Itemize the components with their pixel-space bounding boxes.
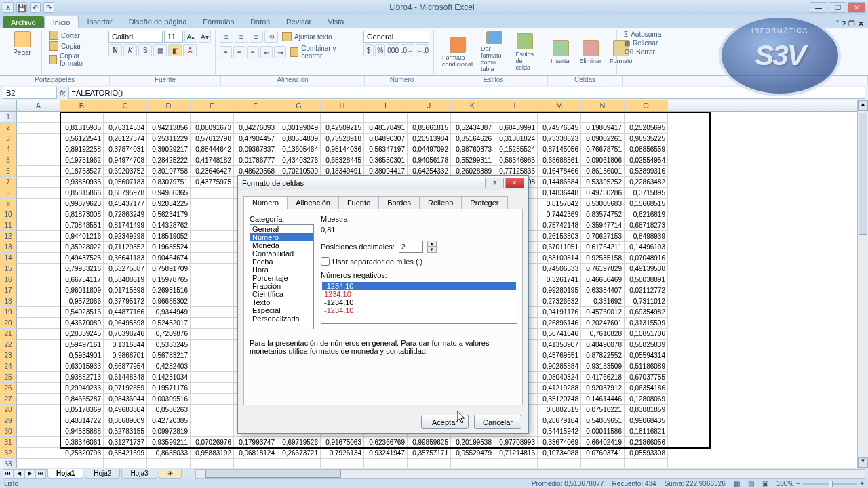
cell[interactable] — [17, 394, 60, 405]
cell[interactable]: 0,8498939 — [625, 231, 668, 242]
cell[interactable]: 0,94213856 — [147, 123, 191, 134]
col-header-L[interactable]: L — [494, 100, 538, 111]
currency-icon[interactable]: $ — [363, 44, 374, 56]
row-header-15[interactable]: 15 — [0, 264, 17, 274]
doc-close-icon[interactable]: ✕ — [858, 20, 864, 28]
cell[interactable]: 0,39029217 — [147, 144, 191, 155]
dlg-tab-proteger[interactable]: Proteger — [461, 196, 507, 209]
cell[interactable]: 0,93241947 — [364, 448, 408, 459]
cell[interactable]: 0,41748182 — [191, 155, 234, 166]
cell[interactable]: 0,45437177 — [104, 199, 147, 209]
bold-button[interactable]: N — [108, 44, 122, 56]
inc-decimal-icon[interactable]: .0→ — [401, 44, 414, 56]
cell[interactable]: 0,41353907 — [538, 340, 581, 350]
cell[interactable]: 0,09002261 — [581, 134, 625, 144]
cell[interactable]: 0,7926134 — [321, 448, 364, 459]
cell[interactable]: 0,75891709 — [147, 264, 191, 274]
cell[interactable] — [234, 112, 277, 123]
cell[interactable]: 0,02112772 — [625, 285, 668, 296]
row-header-23[interactable]: 23 — [0, 350, 17, 361]
cell[interactable]: 0,52452017 — [147, 318, 191, 329]
category-list[interactable]: GeneralNúmeroMonedaContabilidadFechaHora… — [250, 224, 314, 329]
minimize-button[interactable]: — — [810, 2, 827, 13]
dec-decimal-icon[interactable]: ←.0 — [416, 44, 429, 56]
cell[interactable]: 0,35947714 — [581, 220, 625, 231]
col-header-O[interactable]: O — [625, 100, 668, 111]
cell[interactable]: 0,49139538 — [625, 264, 668, 274]
dlg-tab-fuente[interactable]: Fuente — [338, 196, 379, 209]
col-header-N[interactable]: N — [581, 100, 625, 111]
cell[interactable]: 0,26673721 — [277, 448, 321, 459]
cell[interactable] — [17, 448, 60, 459]
doc-restore-icon[interactable]: ❐ — [848, 20, 855, 28]
italic-button[interactable]: K — [123, 44, 137, 56]
cell[interactable]: 0,0536263 — [147, 405, 191, 415]
cell[interactable] — [17, 340, 60, 350]
category-item[interactable]: General — [250, 225, 313, 233]
cell[interactable]: 0,85815866 — [60, 188, 104, 199]
cell[interactable]: 0,14496193 — [625, 242, 668, 253]
row-header-25[interactable]: 25 — [0, 372, 17, 383]
cell[interactable]: 0,35120748 — [538, 394, 581, 405]
cell[interactable] — [191, 350, 234, 361]
cell[interactable] — [538, 459, 581, 468]
fill-button[interactable]: ▦ Rellenar — [621, 39, 861, 47]
cell[interactable]: 0,15978765 — [147, 274, 191, 285]
ok-button[interactable]: Aceptar — [421, 415, 469, 429]
cell[interactable]: 0,18116821 — [625, 426, 668, 437]
cell[interactable]: 0,58038891 — [625, 274, 668, 285]
row-header-18[interactable]: 18 — [0, 296, 17, 307]
cell[interactable]: 0,72863249 — [104, 209, 147, 220]
cell[interactable] — [451, 112, 494, 123]
cell[interactable]: 0,98760373 — [451, 144, 494, 155]
cell[interactable]: 0,49683304 — [104, 405, 147, 415]
cell[interactable]: 0,69203752 — [104, 166, 147, 177]
cell[interactable] — [494, 459, 538, 468]
cell[interactable]: 0,05529479 — [451, 448, 494, 459]
row-header-9[interactable]: 9 — [0, 199, 17, 209]
cell[interactable]: 0,68688561 — [538, 155, 581, 166]
cell[interactable]: 0,94986365 — [147, 188, 191, 199]
cell[interactable]: 0,81315935 — [60, 123, 104, 134]
cell[interactable]: 0,31271737 — [104, 437, 147, 448]
cell[interactable]: 0,73338623 — [538, 134, 581, 144]
cell[interactable] — [17, 437, 60, 448]
font-combo[interactable]: Calibri — [108, 30, 163, 43]
cell[interactable]: 0,95883192 — [191, 448, 234, 459]
cell[interactable]: 0,06354186 — [625, 383, 668, 394]
ribbon-tab-revisar[interactable]: Revisar — [278, 16, 319, 28]
cell[interactable]: 0,73528918 — [321, 134, 364, 144]
category-item[interactable]: Fecha — [250, 258, 313, 266]
cell[interactable]: 0,07026976 — [191, 437, 234, 448]
file-tab[interactable]: Archivo — [3, 16, 44, 28]
row-header-20[interactable]: 20 — [0, 318, 17, 329]
font-color-button[interactable]: A — [183, 44, 197, 56]
cell[interactable] — [408, 459, 451, 468]
cell[interactable]: 0,80534809 — [277, 134, 321, 144]
spin-down-icon[interactable]: ▼ — [427, 247, 437, 253]
cell[interactable]: 0,53005683 — [581, 199, 625, 209]
neg-option[interactable]: -1234,10 — [322, 306, 516, 314]
cell[interactable]: 0,5934901 — [60, 350, 104, 361]
dlg-tab-alineación[interactable]: Alineación — [287, 196, 339, 209]
dlg-tab-número[interactable]: Número — [243, 196, 288, 209]
cell[interactable]: 0,00011586 — [581, 426, 625, 437]
excel-icon[interactable]: X — [3, 2, 14, 13]
cell[interactable] — [321, 112, 364, 123]
cell[interactable]: 0,7311012 — [625, 296, 668, 307]
cell[interactable] — [17, 264, 60, 274]
cell[interactable]: 0,51186089 — [625, 361, 668, 372]
cell[interactable]: 0,29949233 — [60, 383, 104, 394]
cell[interactable]: 0,89192258 — [60, 144, 104, 155]
cell[interactable] — [17, 274, 60, 285]
row-header-31[interactable]: 31 — [0, 437, 17, 448]
cell[interactable]: 0,42720385 — [147, 415, 191, 426]
cell[interactable]: 0,92037912 — [581, 383, 625, 394]
category-item[interactable]: Número — [250, 233, 313, 241]
row-header-3[interactable]: 3 — [0, 134, 17, 144]
row-header-26[interactable]: 26 — [0, 383, 17, 394]
cell[interactable]: 0,01786777 — [234, 155, 277, 166]
cell[interactable]: 0,01715598 — [104, 285, 147, 296]
cell[interactable] — [191, 296, 234, 307]
col-header-J[interactable]: J — [408, 100, 451, 111]
